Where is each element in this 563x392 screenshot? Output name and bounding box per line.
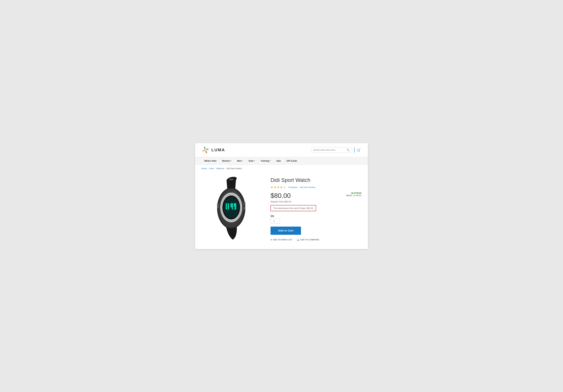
product-details: Didi Sport Watch ★ ★ ★ ★ ★ 2 Reviews Add… [270, 175, 362, 241]
sku-label: SKU#: [346, 194, 352, 197]
chevron-down-icon: ▾ [254, 160, 255, 162]
header-right: 🔍 🛒 [311, 147, 362, 153]
product-image [206, 175, 256, 241]
svg-rect-12 [232, 203, 233, 209]
chevron-down-icon: ▾ [230, 160, 231, 162]
product-title: Didi Sport Watch [270, 177, 362, 183]
svg-rect-14 [230, 207, 233, 207]
rating-row: ★ ★ ★ ★ ★ 2 Reviews Add Your Review [270, 185, 362, 189]
chevron-down-icon: ▾ [242, 160, 243, 162]
logo-area: LUMA [201, 146, 225, 154]
nav-item-training[interactable]: Training ▾ [258, 157, 273, 165]
in-stock-badge: IN STOCK [346, 192, 362, 194]
compare-icon: 📊 [297, 239, 299, 241]
search-button[interactable]: 🔍 [346, 149, 350, 151]
svg-rect-23 [243, 207, 245, 210]
luma-logo-icon [201, 146, 210, 154]
svg-rect-20 [234, 209, 236, 209]
breadcrumb-current: Didi Sport Watch [227, 167, 242, 170]
nav-item-women[interactable]: Women ▾ [219, 157, 234, 165]
product-section: Didi Sport Watch ★ ★ ★ ★ ★ 2 Reviews Add… [195, 172, 368, 249]
add-to-cart-button[interactable]: Add to Cart [270, 227, 301, 235]
chevron-down-icon: ▾ [270, 160, 271, 162]
brand-name: LUMA [211, 147, 225, 152]
nav-item-gear[interactable]: Gear ▾ [246, 157, 258, 165]
sku-line: SKU#: 24-WG02 [346, 194, 362, 197]
star-2: ★ [274, 185, 277, 189]
nav-item-men[interactable]: Men ▾ [234, 157, 246, 165]
svg-rect-10 [228, 203, 229, 209]
price-row: $80.00 IN STOCK SKU#: 24-WG02 [270, 192, 362, 199]
nav-bar: What's New Women ▾ Men ▾ Gear ▾ Training… [195, 157, 368, 165]
svg-rect-13 [230, 206, 232, 207]
actions-row: ♥ ADD TO WISH LIST 📊 ADD TO COMPARE [270, 239, 362, 241]
svg-rect-18 [234, 206, 236, 207]
header: LUMA 🔍 🛒 [195, 143, 368, 157]
breadcrumb-sep: › [208, 167, 208, 169]
reviews-link[interactable]: 2 Reviews [288, 186, 297, 188]
nav-item-sale[interactable]: Sale [273, 157, 284, 165]
star-4: ★ [280, 185, 283, 189]
add-review-link[interactable]: Add Your Review [300, 186, 315, 188]
star-1: ★ [270, 185, 273, 189]
add-to-wish-list-link[interactable]: ♥ ADD TO WISH LIST [270, 239, 292, 241]
star-5: ★ [283, 185, 286, 189]
qty-label: Qty [270, 215, 362, 217]
search-input[interactable] [313, 149, 346, 151]
lowest-price-box: The lowest price from last 30 days: $92.… [270, 205, 316, 211]
svg-rect-9 [226, 203, 227, 209]
svg-rect-21 [217, 204, 219, 208]
breadcrumb-sep: › [215, 167, 215, 169]
sku-value: 24-WG02 [353, 194, 362, 197]
product-image-area [201, 175, 261, 241]
cart-icon[interactable]: 🛒 [354, 147, 362, 153]
search-box: 🔍 [311, 147, 352, 153]
heart-icon: ♥ [270, 239, 272, 241]
breadcrumb-home[interactable]: Home [201, 167, 207, 170]
qty-input[interactable] [270, 219, 280, 224]
add-to-compare-link[interactable]: 📊 ADD TO COMPARE [297, 239, 319, 241]
svg-rect-15 [234, 203, 236, 204]
regular-price: Regular Price $92.00 [270, 200, 362, 203]
breadcrumb-gear[interactable]: Gear [209, 167, 214, 170]
star-3: ★ [277, 185, 280, 189]
breadcrumb-watches[interactable]: Watches [216, 167, 224, 170]
nav-item-gift-cards[interactable]: Gift Cards [284, 157, 300, 165]
product-price: $80.00 [270, 192, 291, 199]
stock-area: IN STOCK SKU#: 24-WG02 [346, 192, 362, 197]
search-icon: 🔍 [347, 149, 350, 151]
breadcrumb-sep: › [225, 167, 226, 169]
nav-item-whats-new[interactable]: What's New [201, 157, 219, 165]
svg-rect-22 [243, 202, 245, 205]
svg-rect-24 [229, 179, 233, 180]
breadcrumb: Home › Gear › Watches › Didi Sport Watch [195, 165, 368, 172]
svg-rect-11 [230, 203, 232, 206]
stars: ★ ★ ★ ★ ★ [270, 185, 286, 189]
page-card: LUMA 🔍 🛒 What's New Women ▾ Men ▾ Gear [195, 143, 368, 249]
